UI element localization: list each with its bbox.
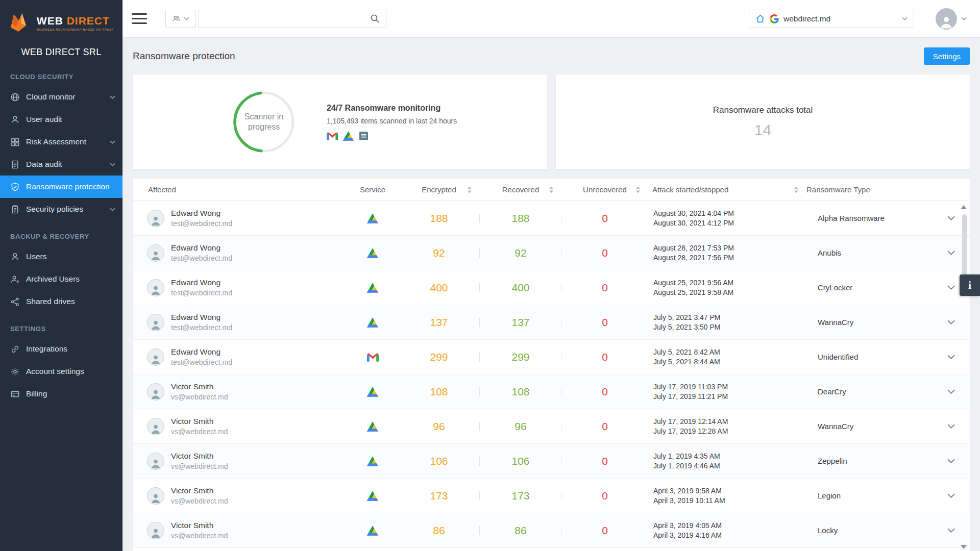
sidebar-item-account-settings[interactable]: Account settings xyxy=(0,360,122,383)
sidebar-item-data-audit[interactable]: Data audit xyxy=(0,153,122,176)
section-backup-recovery: BACKUP & RECOVERY xyxy=(0,220,122,245)
affected-name: Victor Smith xyxy=(171,417,228,426)
main-content: Ransomware protection Settings Scanner i… xyxy=(122,38,980,551)
recovered-count: 96 xyxy=(480,409,561,443)
chevron-down-icon xyxy=(184,17,189,20)
sidebar-item-security-policies[interactable]: Security policies xyxy=(0,198,122,220)
table-row[interactable]: Victor Smith vs@webdirect.md 108 108 0 J… xyxy=(133,374,970,409)
person-icon xyxy=(150,284,162,296)
table-row[interactable]: Victor Smith vs@webdirect.md 106 106 0 J… xyxy=(133,444,970,479)
google-drive-icon xyxy=(367,491,378,501)
affected-email: test@webdirect.md xyxy=(171,358,232,366)
table-row[interactable]: Edward Wong test@webdirect.md 400 400 0 … xyxy=(133,270,970,305)
google-drive-icon xyxy=(367,456,378,466)
avatar xyxy=(147,522,164,539)
search-icon[interactable] xyxy=(370,14,380,24)
chevron-down-icon xyxy=(110,95,115,99)
expand-row-chevron-icon[interactable] xyxy=(947,389,955,394)
settings-button[interactable]: Settings xyxy=(924,47,970,65)
sort-control[interactable] xyxy=(794,186,798,193)
affected-email: vs@webdirect.md xyxy=(171,532,228,540)
affected-name: Victor Smith xyxy=(171,486,228,495)
column-affected: Affected xyxy=(133,179,347,201)
attack-dates: July 17, 2019 12:14 AM July 17, 2019 12:… xyxy=(648,409,806,443)
search-input[interactable] xyxy=(199,10,386,28)
user-icon xyxy=(10,115,20,124)
table-row[interactable]: Edward Wong test@webdirect.md 137 137 0 … xyxy=(133,305,970,340)
table-row[interactable]: Edward Wong test@webdirect.md 92 92 0 Au… xyxy=(133,236,970,270)
attack-stopped: July 1, 2019 4:46 AM xyxy=(653,462,720,470)
scrollbar-thumb[interactable] xyxy=(962,214,967,281)
column-unrecovered: Unrecovered xyxy=(561,179,648,201)
scrollbar-down-arrow[interactable] xyxy=(961,545,967,549)
user-menu[interactable] xyxy=(936,8,967,30)
sidebar-item-integrations[interactable]: Integrations xyxy=(0,338,122,360)
person-icon xyxy=(150,353,162,365)
scrollbar-up-arrow[interactable] xyxy=(961,205,967,209)
attack-started: July 1, 2019 4:35 AM xyxy=(653,452,720,460)
attack-dates: August 30, 2021 4:04 PM August 30, 2021 … xyxy=(648,201,806,235)
expand-row-chevron-icon[interactable] xyxy=(947,424,955,429)
fox-logo-icon xyxy=(9,12,32,34)
attack-stopped: August 28, 2021 7:56 PM xyxy=(653,254,734,262)
ransomware-type: CryLocker xyxy=(806,270,932,305)
attack-started: July 17, 2019 12:14 AM xyxy=(653,417,728,425)
attack-dates: April 3, 2019 4:05 AM April 3, 2019 4:16… xyxy=(648,513,806,547)
sidebar-item-cloud-monitor[interactable]: Cloud monitor xyxy=(0,86,122,108)
expand-row-chevron-icon[interactable] xyxy=(947,216,955,220)
avatar xyxy=(147,487,164,505)
grid-icon xyxy=(10,137,20,147)
expand-row-chevron-icon[interactable] xyxy=(947,459,955,463)
sidebar-item-label: Ransomware protection xyxy=(26,182,110,191)
encrypted-count: 137 xyxy=(398,305,480,339)
avatar xyxy=(147,210,164,227)
affected-email: vs@webdirect.md xyxy=(171,497,228,505)
recovered-count: 108 xyxy=(480,374,561,409)
sidebar-item-ransomware-protection[interactable]: Ransomware protection xyxy=(0,176,122,198)
expand-row-chevron-icon[interactable] xyxy=(947,355,955,359)
table-header: Affected Service Encrypted Recovered Unr… xyxy=(133,179,970,201)
sidebar-item-shared-drives[interactable]: Shared drives xyxy=(0,290,122,313)
menu-toggle-button[interactable] xyxy=(132,13,147,24)
table-row[interactable]: Victor Smith vs@webdirect.md 86 86 0 Apr… xyxy=(133,513,970,548)
expand-row-chevron-icon[interactable] xyxy=(947,320,955,324)
table-row[interactable]: Victor Smith vs@webdirect.md 96 96 0 Jul… xyxy=(133,409,970,444)
column-ransomware-type: Ransomware Type xyxy=(806,179,932,201)
domain-selector[interactable]: webdirect.md xyxy=(749,10,914,28)
expand-row-chevron-icon[interactable] xyxy=(947,493,955,498)
expand-row-chevron-icon[interactable] xyxy=(947,285,955,290)
unrecovered-count: 0 xyxy=(561,305,648,339)
policy-icon xyxy=(10,205,20,214)
column-service: Service xyxy=(347,179,398,201)
sidebar-item-archived-users[interactable]: Archived Users xyxy=(0,268,122,290)
attack-dates: April 3, 2019 9:58 AM April 3, 2019 10:1… xyxy=(648,479,806,513)
sort-control[interactable] xyxy=(636,186,640,193)
table-row[interactable]: Edward Wong test@webdirect.md 188 188 0 … xyxy=(133,201,970,236)
ransomware-type: Zeppelin xyxy=(806,444,932,478)
sidebar-item-user-audit[interactable]: User audit xyxy=(0,108,122,131)
affected-name: Edward Wong xyxy=(171,278,232,287)
info-button[interactable]: i xyxy=(960,274,980,296)
sidebar-item-billing[interactable]: Billing xyxy=(0,383,122,405)
sort-control[interactable] xyxy=(549,186,553,193)
google-drive-icon xyxy=(367,283,378,293)
sidebar-item-label: Cloud monitor xyxy=(26,92,76,102)
attacks-total-title: Ransomware attacks total xyxy=(713,105,813,115)
sidebar-item-risk-assessment[interactable]: Risk Assessment xyxy=(0,131,122,153)
google-logo-icon xyxy=(770,14,779,23)
table-row[interactable]: Victor Smith vs@webdirect.md 173 173 0 A… xyxy=(133,479,970,513)
affected-email: test@webdirect.md xyxy=(171,323,232,332)
chevron-down-icon xyxy=(110,140,115,144)
sidebar-item-label: Shared drives xyxy=(26,297,75,306)
google-drive-icon xyxy=(367,317,378,328)
sort-control[interactable] xyxy=(468,186,472,193)
expand-row-chevron-icon[interactable] xyxy=(947,528,955,533)
avatar xyxy=(147,314,164,331)
org-selector[interactable] xyxy=(165,10,196,28)
expand-row-chevron-icon[interactable] xyxy=(947,251,955,255)
table-row[interactable]: Edward Wong test@webdirect.md 299 299 0 … xyxy=(133,340,970,374)
attack-started: July 17, 2019 11:03 PM xyxy=(653,383,728,391)
unrecovered-count: 0 xyxy=(561,479,648,513)
sidebar-item-users[interactable]: Users xyxy=(0,245,122,268)
company-name: WEB DIRECT SRL xyxy=(0,47,122,58)
